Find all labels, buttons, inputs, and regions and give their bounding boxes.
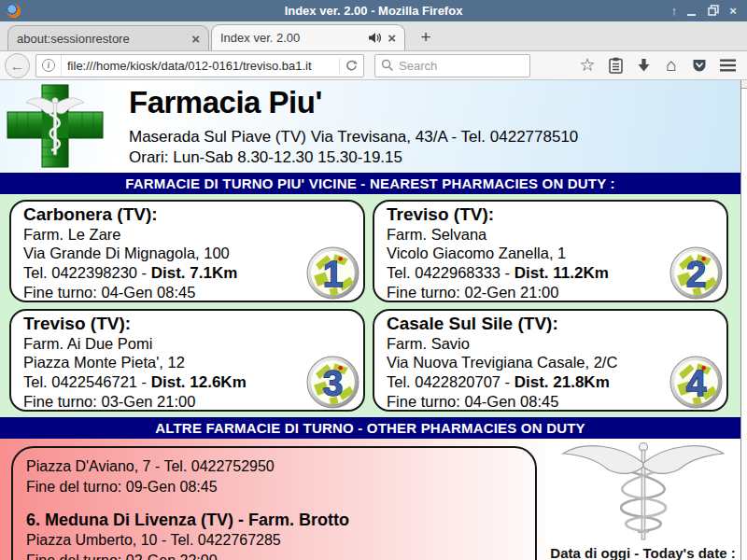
banner-other: ALTRE FARMACIE DI TURNO - OTHER PHARMACI… [0, 417, 740, 439]
url-bar[interactable]: i file:///home/kiosk/data/012-0161/trevi… [35, 54, 364, 77]
pharmacy-card-1: Carbonera (TV): Farm. Le Zare Via Grande… [9, 200, 365, 302]
tab-sessionrestore[interactable]: about:sessionrestore × [7, 25, 209, 50]
card-distance: Dist. 21.8Km [514, 373, 610, 391]
map-number-badge-1: 1 [306, 246, 359, 300]
tab-label: Index ver. 2.00 [220, 31, 368, 45]
card-distance: Dist. 12.6Km [151, 373, 247, 391]
pharmacy-address: Maserada Sul Piave (TV) Via Trevisana, 4… [129, 127, 578, 147]
tab-label: about:sessionrestore [17, 32, 186, 46]
url-text[interactable]: file:///home/kiosk/data/012-0161/treviso… [61, 55, 339, 77]
card-shift-end: Fine turno: 02-Gen 21:00 [387, 283, 717, 302]
bookmarks-menu-icon[interactable] [601, 52, 629, 78]
pharmacy-card-3: Treviso (TV): Farm. Ai Due Pomi Piazza M… [9, 309, 365, 412]
card-city: Casale Sul Sile (TV): [387, 315, 717, 334]
card-tel: Tel. 0422968333 - [387, 264, 514, 281]
date-column: Data di oggi - Today's date : [545, 439, 740, 560]
card-name: Farm. Selvana [387, 225, 717, 245]
other-entry-title: 6. Meduna Di Livenza (TV) - Farm. Brotto [26, 510, 522, 530]
pharmacy-header: Farmacia Piu' Maserada Sul Piave (TV) Vi… [0, 80, 740, 173]
menu-button[interactable] [713, 52, 741, 78]
card-shift-end: Fine turno: 04-Gen 08:45 [387, 392, 717, 412]
card-tel-dist: Tel. 0422398230 - Dist. 7.1Km [23, 263, 354, 284]
card-distance: Dist. 11.2Km [514, 264, 609, 282]
card-address: Via Nuova Trevigiana Casale, 2/C [387, 353, 717, 372]
card-city: Treviso (TV): [23, 315, 354, 334]
other-pharmacies-list: Piazza D'Aviano, 7 - Tel. 0422752950 Fin… [11, 446, 537, 560]
pharmacy-hours: Orari: Lun-Sab 8.30-12.30 15.30-19.15 [129, 147, 578, 168]
downloads-button[interactable] [629, 52, 657, 78]
tab-bar: about:sessionrestore × Index ver. 2.00 ×… [0, 21, 747, 51]
clipboard-icon [609, 57, 623, 74]
card-name: Farm. Le Zare [23, 225, 354, 245]
reload-icon [345, 60, 358, 72]
card-address: Vicolo Giacomo Zanella, 1 [387, 244, 717, 263]
search-icon [381, 59, 394, 72]
firefox-window: Index ver. 2.00 - Mozilla Firefox ↑ × ab… [0, 0, 747, 560]
shield-icon [692, 58, 707, 73]
other-shift-end: Fine del turno: 02-Gen 22:00 [26, 551, 522, 560]
other-address: Piazza Umberto, 10 - Tel. 0422767285 [26, 530, 522, 551]
scroll-up-button[interactable] [741, 80, 747, 89]
tab-index[interactable]: Index ver. 2.00 × [211, 24, 405, 50]
bookmark-star-icon[interactable]: ☆ [573, 52, 601, 78]
map-number-badge-4: 4 [669, 356, 723, 409]
banner-nearest: FARMACIE DI TURNO PIU' VICINE - NEAREST … [0, 173, 740, 194]
date-label: Data di oggi - Today's date : [545, 545, 740, 560]
card-tel: Tel. 0422546721 - [23, 373, 151, 390]
card-distance: Dist. 7.1Km [151, 264, 238, 282]
hamburger-icon [720, 59, 736, 72]
nearest-pharmacies-grid: Carbonera (TV): Farm. Le Zare Via Grande… [0, 194, 740, 417]
other-pharmacies-section: Piazza D'Aviano, 7 - Tel. 0422752950 Fin… [0, 439, 740, 560]
minimize-button[interactable] [687, 6, 700, 16]
page-content: Farmacia Piu' Maserada Sul Piave (TV) Vi… [0, 80, 740, 560]
caduceus-icon [550, 439, 737, 541]
restore-button[interactable] [707, 1, 720, 22]
page-scrollbar[interactable] [740, 80, 747, 560]
card-shift-end: Fine turno: 03-Gen 21:00 [23, 392, 354, 412]
card-tel: Tel. 0422820707 - [387, 373, 514, 390]
other-shift-end: Fine del turno: 09-Gen 08:45 [26, 477, 522, 497]
card-tel-dist: Tel. 0422546721 - Dist. 12.6Km [23, 372, 354, 393]
card-address: Piazza Monte Pieta', 12 [23, 353, 354, 372]
card-name: Farm. Savio [387, 334, 717, 354]
new-tab-button[interactable]: + [414, 26, 438, 49]
pharmacy-title: Farmacia Piu' [129, 85, 578, 120]
card-tel-dist: Tel. 0422820707 - Dist. 21.8Km [387, 372, 717, 393]
other-address: Piazza D'Aviano, 7 - Tel. 0422752950 [26, 456, 522, 477]
download-icon [637, 58, 651, 73]
card-tel-dist: Tel. 0422968333 - Dist. 11.2Km [387, 263, 717, 284]
card-name: Farm. Ai Due Pomi [23, 334, 354, 354]
card-address: Via Grande Di Mignagola, 100 [23, 244, 354, 263]
back-button[interactable]: ← [5, 53, 30, 78]
map-number-badge-3: 3 [306, 356, 359, 409]
tab-audio-icon[interactable] [368, 32, 382, 44]
card-shift-end: Fine turno: 04-Gen 08:45 [23, 283, 354, 302]
restore-icon [708, 5, 719, 16]
window-title: Index ver. 2.00 - Mozilla Firefox [0, 4, 747, 18]
window-pin-icon[interactable]: ↑ [668, 0, 681, 21]
title-bar: Index ver. 2.00 - Mozilla Firefox ↑ × [0, 0, 747, 21]
navigation-toolbar: ← i file:///home/kiosk/data/012-0161/tre… [0, 51, 747, 80]
page-info-icon[interactable]: i [42, 59, 55, 72]
card-city: Carbonera (TV): [23, 205, 354, 225]
card-city: Treviso (TV): [387, 205, 717, 225]
pharmacy-cross-logo-icon [6, 84, 105, 173]
close-button[interactable]: × [726, 0, 740, 21]
tab-close-icon[interactable]: × [382, 30, 396, 46]
pharmacy-card-4: Casale Sul Sile (TV): Farm. Savio Via Nu… [373, 309, 728, 412]
reload-button[interactable] [339, 58, 363, 74]
search-placeholder: Search [394, 59, 437, 73]
card-tel: Tel. 0422398230 - [23, 264, 151, 281]
pharmacy-card-2: Treviso (TV): Farm. Selvana Vicolo Giaco… [373, 200, 728, 302]
map-number-badge-2: 2 [669, 246, 723, 300]
pocket-button[interactable] [685, 52, 713, 78]
tab-close-icon[interactable]: × [186, 31, 200, 47]
home-button[interactable]: ⌂ [657, 52, 685, 78]
search-bar[interactable]: Search [374, 54, 530, 77]
